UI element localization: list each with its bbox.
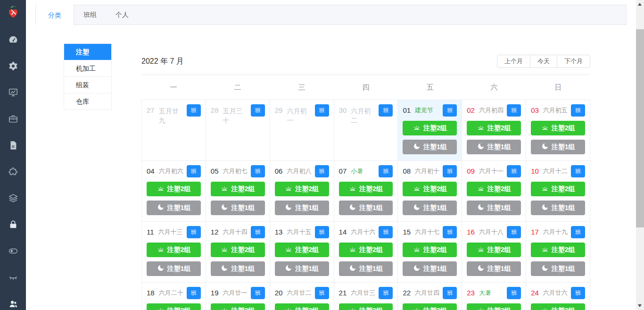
night-shift-button[interactable]: 注塑1组 — [211, 261, 265, 276]
night-shift-button[interactable]: 注塑1组 — [211, 201, 265, 215]
calendar-cell[interactable]: 14六月十六班注塑2组注塑1组 — [334, 222, 398, 283]
sidebar-item-monitor-chart[interactable] — [0, 79, 26, 106]
day-shift-button[interactable]: 注塑2组 — [403, 182, 457, 196]
sidebar-item-toggle[interactable] — [0, 238, 26, 264]
calendar-cell[interactable]: 02六月初四班注塑2组注塑1组 — [462, 100, 526, 161]
prev-month-button[interactable]: 上个月 — [497, 55, 530, 68]
shift-badge-button[interactable]: 班 — [379, 287, 393, 299]
night-shift-button[interactable]: 注塑1组 — [531, 261, 585, 276]
shift-badge-button[interactable]: 班 — [379, 165, 393, 177]
day-shift-button[interactable]: 注塑2组 — [339, 182, 393, 196]
day-shift-button[interactable]: 注塑2组 — [467, 182, 521, 196]
shift-badge-button[interactable]: 班 — [379, 226, 393, 238]
day-shift-button[interactable]: 注塑2组 — [531, 182, 585, 196]
shift-badge-button[interactable]: 班 — [507, 104, 521, 117]
night-shift-button[interactable]: 注塑1组 — [467, 201, 521, 215]
shift-badge-button[interactable]: 班 — [315, 287, 329, 299]
day-shift-button[interactable]: 注塑2组 — [403, 303, 457, 310]
shift-badge-button[interactable]: 班 — [443, 226, 457, 238]
calendar-cell[interactable]: 16六月十八班注塑2组注塑1组 — [462, 222, 526, 283]
shift-badge-button[interactable]: 班 — [187, 165, 201, 177]
day-shift-button[interactable]: 注塑2组 — [147, 243, 201, 257]
category-item-jijiagong[interactable]: 机加工 — [64, 60, 111, 77]
night-shift-button[interactable]: 注塑1组 — [147, 261, 201, 276]
night-shift-button[interactable]: 注塑1组 — [531, 201, 585, 215]
sidebar-item-briefcase[interactable] — [0, 106, 26, 132]
next-month-button[interactable]: 下个月 — [557, 55, 590, 68]
calendar-cell[interactable]: 24六月廿六班注塑2组注塑1组 — [526, 283, 590, 310]
calendar-cell[interactable]: 22六月廿四班注塑2组注塑1组 — [398, 283, 462, 310]
day-shift-button[interactable]: 注塑2组 — [531, 243, 585, 257]
day-shift-button[interactable]: 注塑2组 — [467, 303, 521, 310]
night-shift-button[interactable]: 注塑1组 — [531, 140, 585, 154]
day-shift-button[interactable]: 注塑2组 — [403, 243, 457, 257]
shift-badge-button[interactable]: 班 — [507, 287, 521, 299]
day-shift-button[interactable]: 注塑2组 — [531, 303, 585, 310]
night-shift-button[interactable]: 注塑1组 — [339, 261, 393, 276]
day-shift-button[interactable]: 注塑2组 — [467, 243, 521, 257]
calendar-cell[interactable]: 08六月初十班注塑2组注塑1组 — [398, 161, 462, 222]
sidebar-item-lock[interactable] — [0, 211, 26, 238]
day-shift-button[interactable]: 注塑2组 — [211, 243, 265, 257]
day-shift-button[interactable]: 注塑2组 — [339, 243, 393, 257]
shift-badge-button[interactable]: 班 — [315, 165, 329, 177]
calendar-cell[interactable]: 05六月初七班注塑2组注塑1组 — [206, 161, 270, 222]
app-logo[interactable] — [0, 0, 26, 24]
shift-badge-button[interactable]: 班 — [507, 165, 521, 177]
calendar-cell[interactable]: 03六月初五班注塑2组注塑1组 — [526, 100, 590, 161]
shift-badge-button[interactable]: 班 — [251, 287, 265, 299]
calendar-cell[interactable]: 28五月三十班 — [206, 100, 270, 161]
day-shift-button[interactable]: 注塑2组 — [275, 243, 329, 257]
calendar-cell[interactable]: 01建党节班注塑2组注塑1组 — [398, 100, 462, 161]
shift-badge-button[interactable]: 班 — [251, 104, 265, 117]
shift-badge-button[interactable]: 班 — [187, 104, 201, 117]
today-button[interactable]: 今天 — [530, 55, 557, 68]
calendar-cell[interactable]: 07小暑班注塑2组注塑1组 — [334, 161, 398, 222]
shift-badge-button[interactable]: 班 — [571, 287, 585, 299]
scrollbar[interactable] — [636, 0, 644, 310]
calendar-cell[interactable]: 06六月初八班注塑2组注塑1组 — [270, 161, 334, 222]
tab-team[interactable]: 班组 — [74, 5, 106, 25]
calendar-cell[interactable]: 17六月十九班注塑2组注塑1组 — [526, 222, 590, 283]
night-shift-button[interactable]: 注塑1组 — [339, 201, 393, 215]
shift-badge-button[interactable]: 班 — [187, 287, 201, 299]
shift-badge-button[interactable]: 班 — [315, 226, 329, 238]
calendar-cell[interactable]: 29六月初一班 — [270, 100, 334, 161]
sidebar-item-puzzle[interactable] — [0, 159, 26, 185]
calendar-cell[interactable]: 09六月十一班注塑2组注塑1组 — [462, 161, 526, 222]
calendar-cell[interactable]: 13六月十五班注塑2组注塑1组 — [270, 222, 334, 283]
day-shift-button[interactable]: 注塑2组 — [339, 303, 393, 310]
calendar-cell[interactable]: 30六月初二班 — [334, 100, 398, 161]
sidebar-item-eye-closed[interactable] — [0, 264, 26, 291]
shift-badge-button[interactable]: 班 — [443, 104, 457, 117]
shift-badge-button[interactable]: 班 — [571, 165, 585, 177]
night-shift-button[interactable]: 注塑1组 — [467, 140, 521, 154]
night-shift-button[interactable]: 注塑1组 — [275, 261, 329, 276]
calendar-cell[interactable]: 18六月二十班注塑2组注塑1组 — [142, 283, 206, 310]
calendar-cell[interactable]: 23大暑班注塑2组注塑1组 — [462, 283, 526, 310]
day-shift-button[interactable]: 注塑2组 — [275, 182, 329, 196]
sidebar-item-dashboard[interactable] — [0, 26, 26, 53]
night-shift-button[interactable]: 注塑1组 — [403, 140, 457, 154]
day-shift-button[interactable]: 注塑2组 — [403, 121, 457, 135]
shift-badge-button[interactable]: 班 — [251, 226, 265, 238]
calendar-cell[interactable]: 10六月十二班注塑2组注塑1组 — [526, 161, 590, 222]
shift-badge-button[interactable]: 班 — [315, 104, 329, 117]
category-item-zhusu[interactable]: 注塑 — [64, 44, 111, 60]
category-item-cangku[interactable]: 仓库 — [64, 93, 111, 110]
shift-badge-button[interactable]: 班 — [379, 104, 393, 117]
calendar-cell[interactable]: 11六月十三班注塑2组注塑1组 — [142, 222, 206, 283]
tab-personal[interactable]: 个人 — [106, 5, 138, 25]
shift-badge-button[interactable]: 班 — [443, 165, 457, 177]
shift-badge-button[interactable]: 班 — [507, 226, 521, 238]
sidebar-item-users[interactable] — [0, 291, 26, 310]
scrollbar-thumb[interactable] — [636, 29, 644, 227]
day-shift-button[interactable]: 注塑2组 — [467, 121, 521, 135]
calendar-cell[interactable]: 15六月十七班注塑2组注塑1组 — [398, 222, 462, 283]
shift-badge-button[interactable]: 班 — [571, 104, 585, 117]
night-shift-button[interactable]: 注塑1组 — [467, 261, 521, 276]
tab-category[interactable]: 分类 — [36, 5, 74, 26]
category-item-zuzhuang[interactable]: 组装 — [64, 77, 111, 93]
calendar-cell[interactable]: 04六月初六班注塑2组注塑1组 — [142, 161, 206, 222]
shift-badge-button[interactable]: 班 — [187, 226, 201, 238]
